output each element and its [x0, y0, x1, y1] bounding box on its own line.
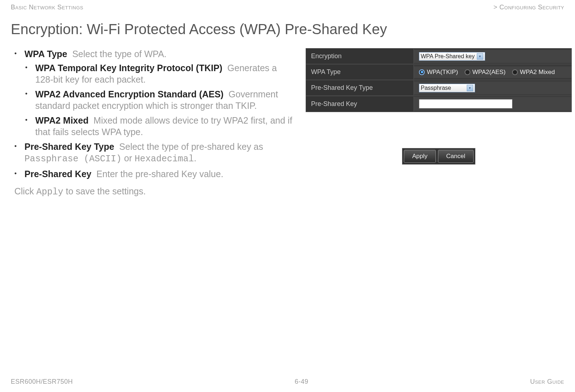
term-tkip: WPA Temporal Key Integrity Protocol (TKI…	[35, 63, 222, 73]
term-psk: Pre-Shared Key	[24, 169, 91, 179]
psk-type-opt1: Passphrase (ASCII)	[24, 154, 122, 164]
desc-psk: Enter the pre-shared Key value.	[96, 169, 223, 179]
screenshot-column: Encryption WPA Pre-Shared key ▾ WPA Type…	[302, 48, 575, 197]
value-wpa-type: WPA(TKIP) WPA2(AES) WPA2 Mixed	[414, 66, 571, 78]
psk-type-select[interactable]: Passphrase ▾	[419, 84, 475, 92]
encryption-select[interactable]: WPA Pre-Shared key ▾	[419, 52, 485, 61]
psk-input[interactable]	[419, 99, 512, 109]
chevron-down-icon: ▾	[477, 53, 483, 60]
radio-wpa-tkip[interactable]: WPA(TKIP)	[419, 69, 458, 76]
radio-label-mixed: WPA2 Mixed	[520, 69, 555, 76]
page-header: Basic Network Settings > Configuring Sec…	[11, 4, 564, 11]
content-row: WPA Type Select the type of WPA. WPA Tem…	[11, 48, 564, 197]
label-wpa-type: WPA Type	[306, 65, 414, 79]
cancel-button[interactable]: Cancel	[438, 150, 474, 163]
item-tkip: WPA Temporal Key Integrity Protocol (TKI…	[35, 62, 295, 86]
breadcrumb-left: Basic Network Settings	[11, 4, 83, 11]
encryption-select-text: WPA Pre-Shared key	[421, 53, 475, 60]
label-psk: Pre-Shared Key	[306, 97, 414, 111]
radio-wpa2-aes[interactable]: WPA2(AES)	[465, 69, 506, 76]
button-row: Apply Cancel	[402, 148, 475, 165]
row-wpa-type: WPA Type WPA(TKIP) WPA2(AES) WPA2 Mixed	[306, 64, 571, 80]
radio-wpa2-mixed[interactable]: WPA2 Mixed	[512, 69, 555, 76]
label-psk-type: Pre-Shared Key Type	[306, 80, 414, 95]
settings-panel: Encryption WPA Pre-Shared key ▾ WPA Type…	[306, 48, 572, 112]
item-mixed: WPA2 Mixed Mixed mode allows device to t…	[35, 115, 295, 138]
footer-center: 6-49	[295, 378, 308, 386]
wpa-type-sublist: WPA Temporal Key Integrity Protocol (TKI…	[24, 62, 295, 138]
row-encryption: Encryption WPA Pre-Shared key ▾	[306, 49, 571, 64]
value-encryption: WPA Pre-Shared key ▾	[414, 50, 571, 63]
term-aes: WPA2 Advanced Encryption Standard (AES)	[35, 89, 224, 99]
item-psk-type: Pre-Shared Key Type Select the type of p…	[24, 141, 295, 165]
radio-label-aes: WPA2(AES)	[473, 69, 506, 76]
definition-list: WPA Type Select the type of WPA. WPA Tem…	[11, 48, 295, 180]
term-wpa-type: WPA Type	[24, 49, 67, 59]
chevron-down-icon: ▾	[467, 85, 473, 91]
radio-label-tkip: WPA(TKIP)	[427, 69, 458, 76]
closing-cmd: Apply	[36, 187, 63, 197]
radio-icon	[419, 69, 425, 75]
value-psk	[414, 97, 571, 111]
label-encryption: Encryption	[306, 49, 414, 64]
radio-icon	[465, 69, 470, 75]
description-column: WPA Type Select the type of WPA. WPA Tem…	[11, 48, 295, 197]
radio-icon	[512, 69, 518, 75]
desc-psk-type-mid: or	[122, 153, 134, 163]
desc-psk-type-pre: Select the type of pre-shared key as	[119, 142, 263, 152]
row-psk: Pre-Shared Key	[306, 96, 571, 112]
psk-type-opt2: Hexadecimal	[134, 154, 194, 164]
footer-right: User Guide	[530, 378, 564, 386]
apply-button[interactable]: Apply	[404, 150, 436, 163]
psk-type-select-text: Passphrase	[421, 85, 451, 91]
term-psk-type: Pre-Shared Key Type	[24, 142, 114, 152]
desc-psk-type-post: .	[194, 153, 196, 163]
closing-pre: Click	[14, 186, 36, 196]
item-aes: WPA2 Advanced Encryption Standard (AES) …	[35, 88, 295, 112]
value-psk-type: Passphrase ▾	[414, 82, 571, 94]
closing-text: Click Apply to save the settings.	[11, 186, 295, 197]
item-psk: Pre-Shared Key Enter the pre-shared Key …	[24, 168, 295, 180]
page-footer: ESR600H/ESR750H 6-49 User Guide	[11, 378, 564, 386]
closing-post: to save the settings.	[63, 186, 146, 196]
footer-left: ESR600H/ESR750H	[11, 378, 73, 386]
row-psk-type: Pre-Shared Key Type Passphrase ▾	[306, 80, 571, 96]
page-title: Encryption: Wi-Fi Protected Access (WPA)…	[11, 21, 564, 37]
breadcrumb-right: > Configuring Security	[493, 4, 564, 11]
term-mixed: WPA2 Mixed	[35, 115, 88, 125]
desc-wpa-type: Select the type of WPA.	[72, 49, 166, 59]
item-wpa-type: WPA Type Select the type of WPA. WPA Tem…	[24, 48, 295, 138]
